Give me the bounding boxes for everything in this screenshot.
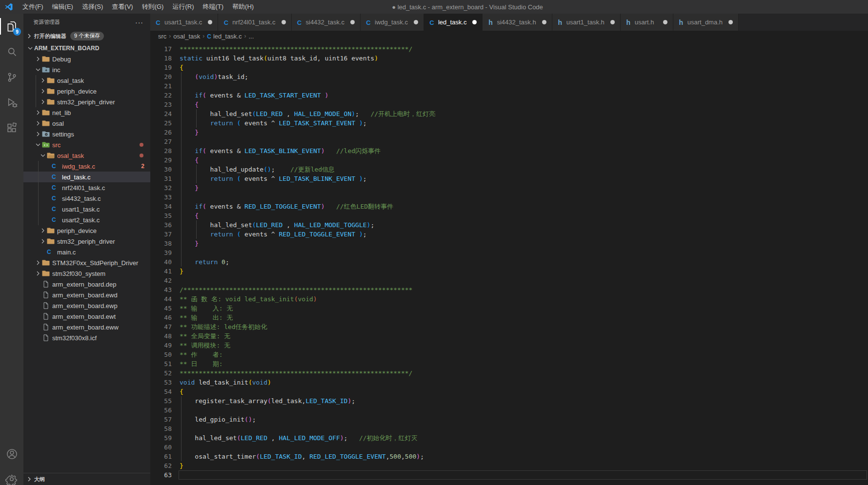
activity-run-debug-icon[interactable] [0,90,23,115]
tab-si4432-task-c[interactable]: Csi4432_task.c [292,14,361,31]
dirty-indicator[interactable] [610,20,615,24]
dirty-indicator[interactable] [542,20,546,24]
code-line-34[interactable]: 34 if( events & RED_LED_TOGGLE_EVENT) //… [150,202,868,211]
code-line-21[interactable]: 21 [150,81,868,91]
tree-item-osal[interactable]: osal [23,118,150,129]
code-line-30[interactable]: 30 hal_led_update(); //更新led信息 [150,165,868,174]
code-line-26[interactable]: 26 } [150,128,868,137]
tab-nrf24l01-task-c[interactable]: Cnrf24l01_task.c [218,14,291,31]
activity-settings-icon[interactable] [0,466,23,485]
code-line-49[interactable]: 49** 调用模块: 无 [150,341,868,350]
tree-item-arm-extern-board-ewd[interactable]: arm_extern_board.ewd [23,290,150,300]
tree-item-main-c[interactable]: Cmain.c [23,247,150,257]
code-line-40[interactable]: 40 return 0; [150,257,868,267]
tab-led-task-c[interactable]: Cled_task.c [424,14,483,31]
menu-r[interactable]: 运行(R) [168,0,198,14]
tree-item-arm-extern-board-eww[interactable]: arm_extern_board.eww [23,322,150,332]
tab-usart1-task-h[interactable]: husart1_task.h [552,14,621,31]
activity-search-icon[interactable] [0,39,23,64]
code-line-58[interactable]: 58 [150,424,868,433]
code-line-23[interactable]: 23 { [150,100,868,109]
menu-e[interactable]: 编辑(E) [48,0,78,14]
code-line-18[interactable]: 18static uint16 led_task(uint8 task_id, … [150,54,868,63]
code-line-48[interactable]: 48** 全局变量: 无 [150,331,868,341]
breadcrumb-item[interactable]: Cled_task.c [207,33,242,40]
code-line-55[interactable]: 55 register_task_array(led_task,LED_TASK… [150,396,868,406]
dirty-indicator[interactable] [414,20,418,24]
tree-item-osal-task[interactable]: osal_task [23,150,150,161]
menu-s[interactable]: 选择(S) [78,0,107,14]
code-line-29[interactable]: 29 { [150,155,868,165]
code-line-43[interactable]: 43/*************************************… [150,285,868,294]
tree-item-stm32f030x8-icf[interactable]: stm32f030x8.icf [23,332,150,343]
code-line-31[interactable]: 31 return ( events ^ LED_TASK_BLINK_EVEN… [150,174,868,183]
dirty-indicator[interactable] [472,20,477,24]
tree-item-iwdg-task-c[interactable]: Ciwdg_task.c2 [23,161,150,172]
tree-item-arm-extern-board-dep[interactable]: arm_extern_board.dep [23,279,150,290]
dirty-indicator[interactable] [663,20,667,24]
tree-item-usart1-task-c[interactable]: Cusart1_task.c [23,204,150,214]
tree-item-osal-task[interactable]: osal_task [23,75,150,86]
code-line-56[interactable]: 56 [150,406,868,415]
menu-h[interactable]: 帮助(H) [228,0,258,14]
tree-item-stm32f030-system[interactable]: stm32f030_system [23,268,150,279]
tree-item-arm-extern-board-ewt[interactable]: arm_extern_board.ewt [23,311,150,322]
menu-f[interactable]: 文件(F) [18,0,48,14]
code-line-37[interactable]: 37 return ( events ^ RED_LED_TOGGLE_EVEN… [150,230,868,239]
code-line-27[interactable]: 27 [150,137,868,146]
tree-item-si4432-task-c[interactable]: Csi4432_task.c [23,193,150,204]
code-line-32[interactable]: 32 } [150,183,868,193]
tab-iwdg-task-c[interactable]: Ciwdg_task.c [361,14,424,31]
tree-item-periph-device[interactable]: periph_device [23,86,150,97]
tree-item-stm32-periph-driver[interactable]: stm32_periph_driver [23,97,150,107]
code-line-62[interactable]: 62} [150,461,868,470]
code-line-52[interactable]: 52**************************************… [150,369,868,378]
code-line-36[interactable]: 36 hal_led_set(LED_RED , HAL_LED_MODE_TO… [150,220,868,230]
code-line-46[interactable]: 46** 输 出: 无 [150,313,868,322]
code-line-28[interactable]: 28 if( events & LED_TASK_BLINK_EVENT) //… [150,146,868,155]
code-line-59[interactable]: 59 hal_led_set(LED_RED , HAL_LED_MODE_OF… [150,433,868,443]
breadcrumb-item[interactable]: osal_task [173,33,200,40]
code-line-17[interactable]: 17**************************************… [150,44,868,54]
code-line-60[interactable]: 60 [150,443,868,452]
tree-item-stm32-periph-driver[interactable]: stm32_periph_driver [23,236,150,247]
code-line-24[interactable]: 24 hal_led_set(LED_RED , HAL_LED_MODE_ON… [150,109,868,118]
tree-item-src[interactable]: src [23,139,150,150]
code-line-41[interactable]: 41} [150,267,868,276]
menu-g[interactable]: 转到(G) [138,0,168,14]
sidebar-more-actions-icon[interactable]: ··· [135,19,143,26]
code-line-20[interactable]: 20 (void)task_id; [150,72,868,81]
breadcrumb-item[interactable]: src [158,33,166,40]
tree-item-net-lib[interactable]: net_lib [23,107,150,118]
tree-item-arm-extern-board[interactable]: ARM_EXTERN_BOARD [23,43,150,54]
code-line-45[interactable]: 45** 输 入: 无 [150,304,868,313]
activity-account-icon[interactable] [0,441,23,466]
dirty-indicator[interactable] [350,20,355,24]
code-line-47[interactable]: 47** 功能描述: led任务初始化 [150,322,868,331]
tab-usart-h[interactable]: husart.h [621,14,673,31]
code-line-38[interactable]: 38 } [150,239,868,248]
menu-t[interactable]: 终端(T) [198,0,228,14]
tree-item-led-task-c[interactable]: Cled_task.c [23,172,150,182]
code-editor[interactable]: 17**************************************… [150,41,868,485]
code-line-54[interactable]: 54{ [150,387,868,396]
tree-item-nrf24l01-task-c[interactable]: Cnrf24l01_task.c [23,182,150,193]
code-line-50[interactable]: 50** 作 者: [150,350,868,359]
code-line-44[interactable]: 44** 函 数 名: void led_task_init(void) [150,294,868,304]
tree-item-usart2-task-c[interactable]: Cusart2_task.c [23,214,150,225]
tree-item-settings[interactable]: settings [23,129,150,139]
tree-item-debug[interactable]: Debug [23,54,150,64]
tab-usart-dma-h[interactable]: husart_dma.h [673,14,739,31]
tree-item-inc[interactable]: inc [23,64,150,75]
code-line-19[interactable]: 19{ [150,63,868,72]
activity-extensions-icon[interactable] [0,115,23,140]
code-line-51[interactable]: 51** 日 期: [150,359,868,369]
outline-section[interactable]: 大纲 [23,473,150,485]
dirty-indicator[interactable] [282,20,286,24]
tree-item-periph-device[interactable]: periph_device [23,225,150,236]
dirty-indicator[interactable] [728,20,733,24]
menu-v[interactable]: 查看(V) [107,0,137,14]
code-line-42[interactable]: 42 [150,276,868,285]
tree-item-stm32f0xx-stdperiph-driver[interactable]: STM32F0xx_StdPeriph_Driver [23,257,150,268]
tab-usart1-task-c[interactable]: Cusart1_task.c [150,14,218,31]
